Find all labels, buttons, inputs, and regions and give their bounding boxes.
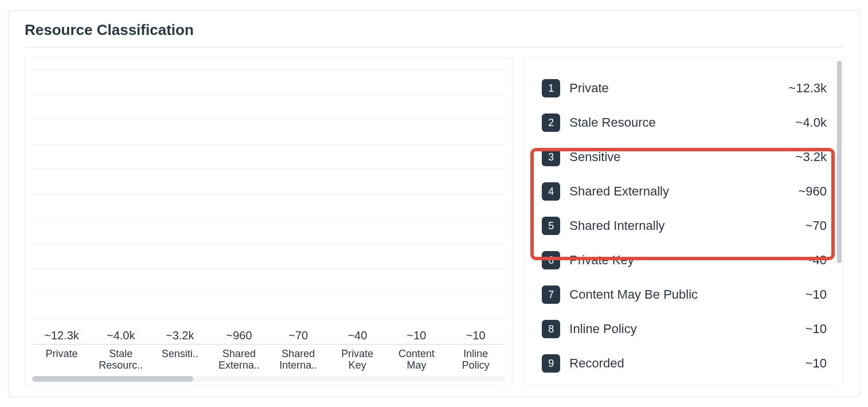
rank-badge: 4 bbox=[542, 182, 560, 201]
bar-group[interactable]: ~70 bbox=[269, 329, 328, 345]
list-item-value: ~10 bbox=[806, 287, 827, 302]
list-item-value: ~4.0k bbox=[796, 115, 827, 130]
list-item[interactable]: 6Private Key~40 bbox=[542, 243, 827, 277]
bar-group[interactable]: ~10 bbox=[446, 329, 505, 345]
list-item-value: ~12.3k bbox=[788, 81, 827, 96]
list-item[interactable]: 2Stale Resource~4.0k bbox=[542, 105, 827, 140]
rank-badge: 1 bbox=[542, 79, 560, 97]
bar-value-label: ~10 bbox=[407, 329, 427, 342]
list-item-value: ~40 bbox=[806, 253, 827, 268]
list-vertical-scrollbar[interactable] bbox=[837, 61, 842, 263]
chart-plot-area: ~12.3k~4.0k~3.2k~960~70~40~10~10 bbox=[25, 69, 512, 345]
list-item[interactable]: 9Recorded~10 bbox=[542, 346, 827, 381]
bar-group[interactable]: ~960 bbox=[209, 329, 268, 345]
rank-badge: 8 bbox=[542, 320, 560, 338]
x-axis-label: PrivateKey bbox=[328, 348, 387, 371]
list-item-label: Content May Be Public bbox=[569, 287, 805, 302]
chart-x-axis-labels: PrivateStaleResourc..Sensiti..SharedExte… bbox=[25, 345, 512, 371]
x-axis-label: StaleResourc.. bbox=[91, 348, 150, 371]
list-item-label: Recorded bbox=[569, 356, 805, 371]
list-item[interactable]: 8Inline Policy~10 bbox=[542, 312, 827, 346]
x-axis-label: SharedInterna.. bbox=[269, 348, 328, 371]
rank-badge: 9 bbox=[542, 354, 560, 373]
resource-classification-card: Resource Classification ~12.3k~4.0k~3.2k… bbox=[8, 10, 860, 397]
x-axis-label: SharedExterna.. bbox=[209, 348, 268, 371]
list-item[interactable]: 4Shared Externally~960 bbox=[542, 174, 827, 209]
list-item-label: Inline Policy bbox=[569, 322, 805, 336]
bar-group[interactable]: ~12.3k bbox=[32, 329, 91, 345]
divider bbox=[25, 47, 843, 48]
bar-value-label: ~4.0k bbox=[107, 329, 135, 342]
bar-group[interactable]: ~4.0k bbox=[91, 329, 150, 345]
bar-group[interactable]: ~10 bbox=[387, 329, 446, 345]
list-item-value: ~10 bbox=[806, 356, 827, 371]
list-item-value: ~70 bbox=[806, 218, 827, 233]
bar-value-label: ~3.2k bbox=[166, 329, 194, 342]
chart-panel: ~12.3k~4.0k~3.2k~960~70~40~10~10 Private… bbox=[25, 58, 513, 386]
list-item[interactable]: 1Private~12.3k bbox=[542, 71, 827, 105]
card-content: ~12.3k~4.0k~3.2k~960~70~40~10~10 Private… bbox=[25, 58, 843, 386]
bar-value-label: ~70 bbox=[288, 329, 308, 342]
x-axis-label: Private bbox=[32, 348, 91, 371]
x-axis-label: ContentMay bbox=[387, 348, 446, 371]
list-container: 1Private~12.3k2Stale Resource~4.0k3Sensi… bbox=[542, 71, 837, 385]
bar-value-label: ~10 bbox=[466, 329, 486, 342]
list-item-label: Sensitive bbox=[569, 150, 795, 165]
rank-badge: 5 bbox=[542, 217, 560, 235]
list-item[interactable]: 5Shared Internally~70 bbox=[542, 209, 827, 243]
list-item[interactable]: 3Sensitive~3.2k bbox=[542, 140, 827, 174]
chart-gridlines bbox=[32, 69, 505, 345]
list-item-label: Shared Externally bbox=[569, 184, 798, 199]
bar-value-label: ~12.3k bbox=[44, 329, 79, 342]
x-axis-label: Sensiti.. bbox=[150, 348, 209, 371]
x-axis-label: InlinePolicy bbox=[446, 348, 505, 371]
list-item-label: Private bbox=[569, 81, 788, 96]
chart-horizontal-scrollbar[interactable] bbox=[32, 376, 505, 382]
list-item-label: Private Key bbox=[569, 253, 805, 268]
rank-badge: 2 bbox=[542, 114, 560, 132]
list-item-value: ~960 bbox=[798, 184, 827, 199]
rank-badge: 7 bbox=[542, 285, 560, 304]
chart-scrollbar-thumb[interactable] bbox=[32, 376, 193, 382]
list-item-label: Stale Resource bbox=[569, 115, 795, 130]
rank-badge: 3 bbox=[542, 148, 560, 166]
bar-group[interactable]: ~40 bbox=[328, 329, 387, 345]
bar-value-label: ~40 bbox=[347, 329, 367, 342]
bar-value-label: ~960 bbox=[226, 329, 252, 342]
list-item-value: ~10 bbox=[806, 322, 827, 336]
card-title: Resource Classification bbox=[25, 21, 843, 39]
rank-badge: 6 bbox=[542, 251, 560, 269]
list-panel: 1Private~12.3k2Stale Resource~4.0k3Sensi… bbox=[524, 58, 843, 386]
list-item-label: Shared Internally bbox=[569, 218, 805, 233]
list-item-value: ~3.2k bbox=[796, 150, 827, 165]
bar-group[interactable]: ~3.2k bbox=[150, 329, 209, 345]
list-item[interactable]: 7Content May Be Public~10 bbox=[542, 277, 827, 312]
